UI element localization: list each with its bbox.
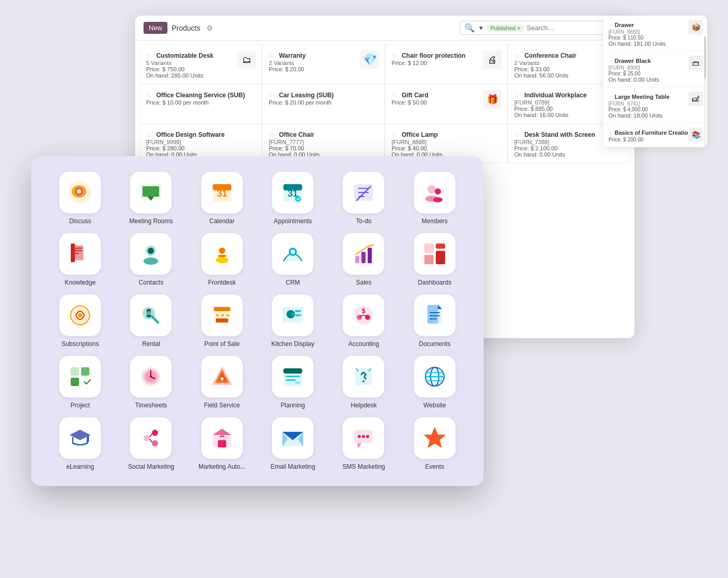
star-icon: ☆ (514, 92, 520, 99)
app-item-events[interactable]: Events (401, 417, 468, 470)
scrollbar-thumb[interactable] (704, 36, 706, 78)
sidebar-product-item[interactable]: ☆ Large Meeting Table [FURN_6741] Price:… (603, 87, 707, 123)
app-item-discuss[interactable]: Discuss (47, 172, 113, 225)
app-item-appointments[interactable]: 31Appointments (259, 172, 326, 225)
svg-rect-53 (226, 314, 229, 316)
filter-close-icon[interactable]: × (517, 25, 520, 31)
svg-point-3 (77, 189, 81, 194)
star-icon: ☆ (269, 92, 275, 99)
product-card[interactable]: ☆ Office Cleaning Service (SUB) Price: $… (139, 84, 262, 124)
product-name: Conference Chair (524, 52, 576, 59)
app-item-project[interactable]: Project (47, 356, 113, 409)
app-icon-sales (343, 233, 384, 275)
app-item-knowledge[interactable]: Knowledge (47, 233, 113, 286)
app-item-frontdesk[interactable]: Frontdesk (189, 233, 255, 286)
app-item-rental[interactable]: Rental (118, 294, 184, 348)
svg-point-81 (220, 377, 224, 380)
product-card[interactable]: ☆ Customizable Desk 5 Variants Price: $ … (139, 45, 262, 84)
app-item-dashboards[interactable]: Dashboards (401, 233, 468, 286)
app-item-documents[interactable]: Documents (401, 294, 468, 348)
app-item-email-marketing[interactable]: Email Marketing (259, 417, 326, 470)
svg-point-36 (291, 250, 295, 254)
app-item-accounting[interactable]: $Accounting (330, 294, 397, 348)
svg-point-98 (152, 440, 158, 446)
app-launcher: DiscussMeeting Rooms31Calendar31Appointm… (31, 156, 484, 486)
svg-rect-68 (430, 318, 437, 319)
app-item-contacts[interactable]: Contacts (118, 233, 184, 286)
svg-rect-67 (430, 315, 440, 316)
app-item-to-do[interactable]: To-do (330, 172, 397, 225)
app-item-website[interactable]: Website (401, 356, 468, 409)
sidebar-product-item[interactable]: ☆ Basics of Furniture Creation Price: $ … (603, 123, 707, 147)
product-card[interactable]: ☆ Car Leasing (SUB) Price: $ 20.00 per m… (262, 84, 385, 124)
product-onhand: On hand: 0.00 Units (608, 76, 702, 83)
product-thumbnail: 🗂 (238, 50, 256, 69)
app-item-crm[interactable]: CRM (259, 233, 326, 286)
app-item-planning[interactable]: Planning (259, 356, 326, 409)
app-item-elearning[interactable]: eLearning (47, 417, 113, 470)
new-button[interactable]: New (144, 22, 167, 34)
svg-point-19 (435, 188, 441, 195)
app-label-appointments: Appointments (274, 217, 311, 225)
app-item-sales[interactable]: Sales (330, 233, 397, 286)
product-card[interactable]: ☆ Gift Card Price: $ 50.00 🎁 (385, 84, 508, 124)
app-item-field-service[interactable]: Field Service (189, 356, 255, 409)
product-onhand: On hand: 181.00 Units (608, 41, 702, 47)
app-icon-members (414, 172, 456, 213)
app-item-sms-marketing[interactable]: SMS Marketing (330, 417, 397, 470)
product-sku: [FURN_7777] (269, 139, 378, 145)
product-name: Large Meeting Table (613, 94, 670, 100)
app-icon-project (59, 356, 101, 397)
app-label-kitchen-display: Kitchen Display (271, 340, 315, 348)
app-icon-to-do (343, 172, 384, 213)
svg-rect-34 (218, 255, 226, 257)
app-item-meeting-rooms[interactable]: Meeting Rooms (118, 172, 184, 225)
app-item-calendar[interactable]: 31Calendar (189, 172, 255, 225)
app-item-helpdesk[interactable]: Helpdesk (330, 356, 397, 409)
svg-rect-70 (81, 367, 89, 376)
svg-rect-64 (427, 305, 438, 324)
app-item-members[interactable]: Members (401, 172, 468, 225)
product-card[interactable]: ☆ Chair floor protection Price: $ 12.00 … (385, 45, 508, 84)
gear-icon[interactable]: ⚙ (206, 24, 213, 32)
filter-label: Published (490, 25, 515, 31)
product-card[interactable]: ☆ Warranty 2 Variants Price: $ 20.00 💎 (262, 45, 385, 84)
app-label-calendar: Calendar (209, 217, 235, 225)
app-item-kitchen-display[interactable]: Kitchen Display (259, 294, 326, 348)
app-label-contacts: Contacts (139, 279, 163, 286)
app-label-website: Website (423, 402, 446, 409)
svg-rect-5 (142, 186, 159, 197)
app-item-timesheets[interactable]: Timesheets (118, 356, 184, 409)
svg-rect-57 (295, 310, 301, 312)
app-item-marketing-auto[interactable]: Marketing Auto... (189, 417, 255, 470)
svg-rect-71 (71, 378, 79, 386)
svg-point-111 (362, 435, 365, 438)
app-label-project: Project (70, 402, 89, 409)
product-price: Price: $ 10.00 per month (146, 99, 255, 106)
app-icon-accounting: $ (343, 294, 384, 336)
sidebar-product-item[interactable]: ☆ Drawer [FURN_8855] Price: $ 110.50 On … (603, 16, 707, 52)
star-icon: ☆ (514, 52, 520, 59)
app-item-subscriptions[interactable]: Subscriptions (47, 294, 113, 348)
app-icon-marketing-auto (201, 417, 243, 459)
product-name: Desk Stand with Screen (524, 131, 595, 138)
app-item-point-of-sale[interactable]: Point of Sale (189, 294, 255, 348)
star-icon: ☆ (146, 52, 152, 59)
app-item-social-marketing[interactable]: Social Marketing (118, 417, 184, 470)
svg-rect-25 (74, 250, 82, 251)
app-icon-subscriptions (59, 294, 101, 336)
app-icon-discuss (59, 172, 101, 213)
app-label-discuss: Discuss (69, 217, 91, 225)
sidebar-product-item[interactable]: ☆ Drawer Black [FURN_8900] Price: $ 25.0… (603, 52, 707, 87)
app-label-documents: Documents (419, 340, 450, 348)
filter-badge[interactable]: Published × (487, 24, 524, 32)
app-icon-kitchen-display (272, 294, 314, 336)
star-icon: ☆ (146, 131, 152, 138)
search-input[interactable] (527, 24, 614, 32)
svg-point-45 (78, 313, 82, 317)
app-label-knowledge: Knowledge (64, 279, 95, 286)
svg-point-13 (295, 196, 301, 202)
product-onhand: On hand: 18.00 Units (608, 112, 702, 119)
svg-rect-39 (368, 248, 372, 263)
svg-point-21 (433, 197, 443, 202)
